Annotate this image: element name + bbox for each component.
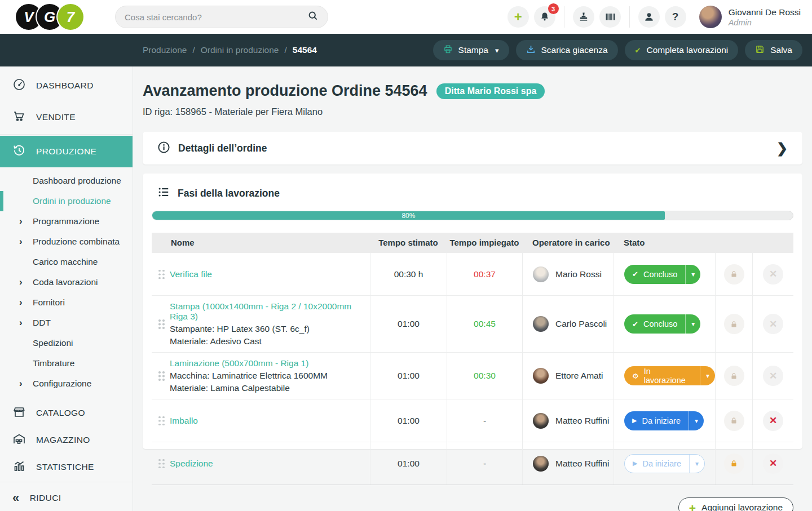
- salva-button[interactable]: Salva: [745, 40, 802, 60]
- vg7-logo: V G 7: [16, 4, 83, 30]
- sidebar-item-spedizioni[interactable]: Spedizioni: [0, 333, 133, 353]
- sidebar-label: VENDITE: [36, 112, 76, 122]
- user-icon[interactable]: [638, 6, 660, 28]
- breadcrumb: Produzione / Ordini in produzione / 5456…: [143, 45, 317, 55]
- sidebar-item-ordini-in-produzione[interactable]: Ordini in produzione: [0, 191, 133, 211]
- sidebar-item-carico-macchine[interactable]: Carico macchine: [0, 252, 133, 272]
- delete-button: ✕: [763, 314, 783, 334]
- status-caret[interactable]: ▾: [689, 411, 704, 430]
- operator-avatar: [533, 368, 549, 384]
- help-icon[interactable]: ?: [665, 6, 686, 28]
- operator-avatar: [533, 456, 549, 472]
- sidebar-item-timbrature[interactable]: Timbrature: [0, 353, 133, 374]
- status-label: In lavorazione: [644, 367, 692, 385]
- sidebar-item-fornitori[interactable]: › Fornitori: [0, 292, 133, 313]
- phase-link[interactable]: Spedizione: [170, 459, 213, 469]
- user-menu[interactable]: Giovanni De Rossi Admin: [699, 6, 801, 28]
- plus-icon: +: [689, 502, 696, 511]
- add-icon[interactable]: +: [508, 6, 529, 28]
- sidebar-collapse-button[interactable]: « RIDUCI: [0, 483, 133, 511]
- sidebar-item-dashboard-produzione[interactable]: Dashboard produzione: [0, 171, 133, 191]
- lock-button[interactable]: [724, 454, 744, 474]
- page-subtitle: ID riga: 158965 - Materiale per Fiera Mi…: [143, 106, 802, 117]
- sidebar-label: Programmazione: [33, 216, 99, 226]
- status-button[interactable]: ▶ Da iniziare ▾: [624, 411, 704, 430]
- global-search[interactable]: [115, 6, 328, 28]
- column-header-nome: Nome: [152, 233, 370, 252]
- search-icon[interactable]: [307, 10, 319, 24]
- expand-chevron-icon[interactable]: ❯: [776, 140, 788, 156]
- status-caret: ▾: [689, 455, 704, 473]
- sidebar-label: Coda lavorazioni: [33, 277, 98, 287]
- spent-time: -: [447, 399, 522, 442]
- phase-link[interactable]: Verifica file: [170, 269, 212, 279]
- delete-button: ✕: [763, 264, 783, 285]
- app-header: V G 7 + 3: [0, 0, 812, 34]
- header-divider: [564, 6, 564, 28]
- sidebar-item-coda-lavorazioni[interactable]: › Coda lavorazioni: [0, 272, 133, 292]
- order-details-card[interactable]: Dettagli dell’ordine ❯: [143, 132, 802, 165]
- search-input[interactable]: [125, 12, 307, 22]
- drag-handle[interactable]: [158, 459, 165, 469]
- sidebar-item-magazzino[interactable]: MAGAZZINO: [0, 426, 133, 454]
- estimated-time: 01:00: [370, 399, 447, 442]
- estimated-time: 01:00: [370, 353, 447, 399]
- sidebar-item-vendite[interactable]: VENDITE: [0, 101, 133, 133]
- add-lavorazione-button[interactable]: + Aggiungi lavorazione: [678, 497, 793, 511]
- completa-lavorazioni-button[interactable]: ✔ Completa lavorazioni: [625, 40, 739, 60]
- list-icon: [157, 186, 170, 201]
- gauge-icon: [12, 78, 26, 94]
- sidebar-label: DASHBOARD: [36, 81, 94, 91]
- status-caret[interactable]: ▾: [700, 366, 715, 385]
- breadcrumb-produzione[interactable]: Produzione: [143, 45, 187, 55]
- sidebar-label: Configurazione: [33, 379, 91, 389]
- phase-link[interactable]: Imballo: [170, 416, 198, 426]
- user-name: Giovanni De Rossi: [729, 7, 801, 17]
- sidebar-divider: [0, 482, 133, 482]
- delete-button[interactable]: ✕: [763, 454, 783, 474]
- salva-label: Salva: [770, 45, 792, 55]
- sidebar-item-catalogo[interactable]: CATALOGO: [0, 399, 133, 426]
- user-avatar[interactable]: [699, 6, 722, 28]
- sidebar-item-dashboard[interactable]: DASHBOARD: [0, 70, 133, 101]
- stamp-icon[interactable]: [573, 6, 594, 28]
- produzione-submenu: Dashboard produzione Ordini in produzion…: [0, 167, 133, 399]
- sidebar-label: Timbrature: [33, 358, 74, 368]
- barcode-icon[interactable]: [599, 6, 621, 28]
- sidebar-item-programmazione[interactable]: › Programmazione: [0, 211, 133, 232]
- operator-name: Carlo Pascoli: [555, 319, 607, 329]
- status-button[interactable]: ✔ Concluso ▾: [624, 314, 700, 334]
- sidebar-item-configurazione[interactable]: › Configurazione: [0, 374, 133, 394]
- phase-link[interactable]: Stampa (1000x1400mm - Riga 2 / 10x2000mm…: [170, 301, 365, 322]
- phase-detail: Materiale: Lamina Calpestabile: [170, 383, 328, 393]
- sidebar-label: Carico macchine: [33, 257, 98, 267]
- notifications-bell-icon[interactable]: 3: [534, 6, 555, 28]
- status-label: Da iniziare: [642, 416, 681, 425]
- drag-handle[interactable]: [158, 319, 165, 329]
- column-header-tempo-stimato: Tempo stimato: [370, 233, 447, 252]
- status-caret[interactable]: ▾: [685, 265, 700, 284]
- sidebar-item-statistiche[interactable]: STATISTICHE: [0, 454, 133, 481]
- sidebar-label: MAGAZZINO: [36, 435, 90, 445]
- delete-button[interactable]: ✕: [763, 411, 783, 431]
- scarica-giacenza-button[interactable]: Scarica giacenza: [516, 40, 618, 60]
- drag-handle[interactable]: [158, 371, 165, 381]
- breadcrumb-ordini[interactable]: Ordini in produzione: [201, 45, 279, 55]
- status-button[interactable]: ✔ Concluso ▾: [624, 265, 700, 284]
- drag-handle[interactable]: [158, 416, 165, 426]
- chevron-down-icon: ▾: [495, 46, 499, 55]
- operator-name: Ettore Amati: [555, 371, 603, 381]
- sidebar-item-produzione[interactable]: PRODUZIONE: [0, 136, 133, 167]
- progress-label: 80%: [401, 211, 415, 221]
- sidebar-label: Produzione combinata: [33, 237, 120, 247]
- sidebar-item-produzione-combinata[interactable]: › Produzione combinata: [0, 232, 133, 252]
- status-caret[interactable]: ▾: [685, 314, 700, 334]
- status-button[interactable]: ⚙ In lavorazione ▾: [624, 366, 715, 385]
- stampa-button[interactable]: Stampa ▾: [433, 40, 509, 60]
- sidebar-item-ddt[interactable]: › DDT: [0, 313, 133, 333]
- customer-badge: Ditta Mario Rossi spa: [436, 83, 545, 99]
- drag-handle[interactable]: [158, 269, 165, 279]
- scarica-label: Scarica giacenza: [541, 45, 608, 55]
- lock-button: [724, 314, 744, 334]
- phase-link[interactable]: Laminazione (500x700mm - Riga 1): [170, 358, 328, 368]
